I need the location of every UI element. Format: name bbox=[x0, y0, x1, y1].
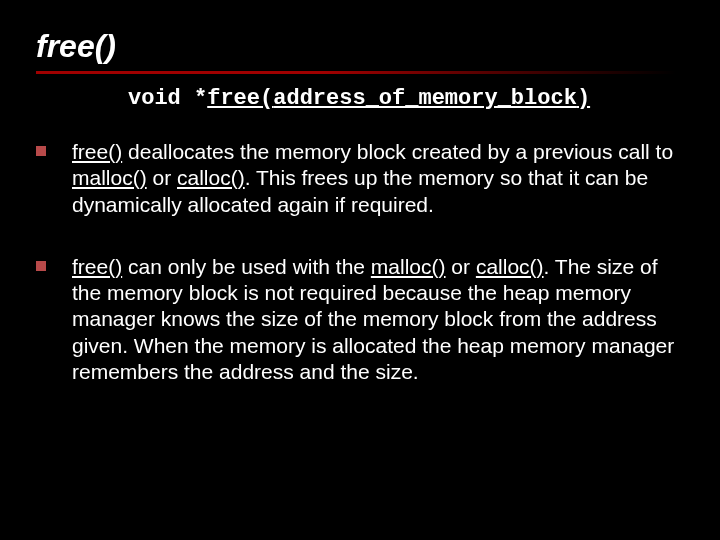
square-bullet-icon bbox=[36, 146, 46, 156]
text-run: or bbox=[446, 255, 476, 278]
bullet-list: free() deallocates the memory block crea… bbox=[36, 139, 690, 385]
text-run: can only be used with the bbox=[122, 255, 371, 278]
bullet-item: free() can only be used with the malloc(… bbox=[36, 254, 690, 385]
square-bullet-icon bbox=[36, 261, 46, 271]
title-underline bbox=[36, 71, 676, 74]
text-run: calloc() bbox=[177, 166, 245, 189]
proto-run: address_of_memory_block bbox=[273, 86, 577, 111]
text-run: calloc() bbox=[476, 255, 544, 278]
bullet-text: free() can only be used with the malloc(… bbox=[72, 254, 690, 385]
slide: free() void *free(address_of_memory_bloc… bbox=[0, 0, 720, 540]
text-run: free() bbox=[72, 255, 122, 278]
proto-run: void * bbox=[128, 86, 207, 111]
proto-run: ) bbox=[577, 86, 590, 111]
bullet-text: free() deallocates the memory block crea… bbox=[72, 139, 690, 218]
text-run: malloc() bbox=[371, 255, 446, 278]
proto-run: free( bbox=[207, 86, 273, 111]
text-run: or bbox=[147, 166, 177, 189]
function-prototype: void *free(address_of_memory_block) bbox=[128, 86, 690, 111]
text-run: malloc() bbox=[72, 166, 147, 189]
slide-title: free() bbox=[36, 28, 690, 65]
text-run: free() bbox=[72, 140, 122, 163]
text-run: deallocates the memory block created by … bbox=[122, 140, 673, 163]
bullet-item: free() deallocates the memory block crea… bbox=[36, 139, 690, 218]
